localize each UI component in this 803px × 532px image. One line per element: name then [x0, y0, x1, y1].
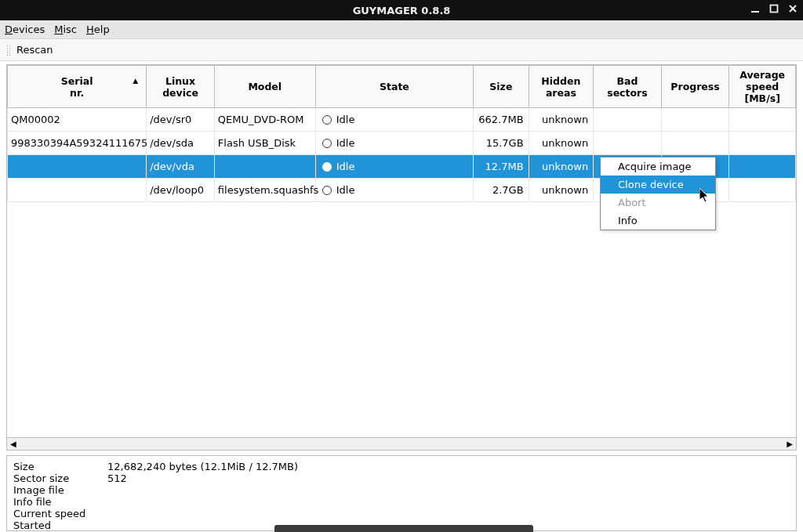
cell-model: Flash USB_Disk	[214, 132, 315, 155]
status-sector-label: Sector size	[13, 472, 107, 484]
state-idle-icon	[322, 115, 332, 125]
rescan-button[interactable]: Rescan	[16, 44, 53, 56]
toolbar: Rescan	[0, 39, 803, 61]
cell-state: Idle	[315, 108, 473, 132]
status-image-label: Image file	[13, 484, 107, 496]
cell-bad	[594, 108, 662, 132]
status-panel: Size12,682,240 bytes (12.1MiB / 12.7MB) …	[6, 455, 797, 531]
horizontal-scrollbar[interactable]: ◀ ▶	[6, 438, 797, 451]
window-controls	[750, 3, 798, 14]
close-icon[interactable]	[787, 3, 798, 14]
cell-hidden: unknown	[529, 132, 594, 155]
table-row[interactable]: 998330394A59324111675/dev/sdaFlash USB_D…	[8, 132, 796, 155]
dock-bar	[274, 525, 533, 532]
state-idle-icon	[322, 162, 332, 172]
sort-asc-icon: ▲	[133, 77, 138, 85]
col-header-hidden[interactable]: Hiddenareas	[529, 66, 594, 108]
cell-model	[214, 155, 315, 179]
cell-device: /dev/vda	[147, 155, 215, 179]
ctx-info[interactable]: Info	[601, 212, 715, 230]
cell-serial: QM00002	[8, 108, 147, 132]
menu-misc[interactable]: Misc	[54, 24, 77, 35]
cell-speed	[729, 179, 796, 202]
cell-speed	[729, 108, 796, 132]
status-sector-value: 512	[107, 472, 127, 484]
cell-speed	[729, 132, 796, 155]
toolbar-grip-icon	[6, 45, 12, 56]
cell-progress	[661, 108, 729, 132]
col-header-device[interactable]: Linuxdevice	[147, 66, 215, 108]
scroll-right-icon[interactable]: ▶	[785, 440, 794, 448]
context-menu: Acquire image Clone device Abort Info	[600, 157, 716, 230]
cell-serial: 998330394A59324111675	[8, 132, 147, 155]
cell-state: Idle	[315, 132, 473, 155]
cell-progress	[661, 132, 729, 155]
ctx-abort: Abort	[601, 194, 715, 212]
col-header-progress[interactable]: Progress	[661, 66, 729, 108]
cell-speed	[729, 155, 796, 179]
cell-serial	[8, 155, 147, 179]
window-title: GUYMAGER 0.8.8	[353, 5, 451, 16]
table-header-row: Serialnr.▲ Linuxdevice Model State Size …	[8, 66, 796, 108]
cell-model: filesystem.squashfs	[214, 179, 315, 202]
ctx-acquire-image[interactable]: Acquire image	[601, 157, 715, 176]
maximize-icon[interactable]	[768, 3, 779, 14]
ctx-clone-device[interactable]: Clone device	[601, 176, 715, 194]
menu-devices[interactable]: Devices	[5, 24, 45, 35]
cell-device: /dev/sr0	[147, 108, 215, 132]
cell-hidden: unknown	[529, 108, 594, 132]
state-idle-icon	[322, 186, 332, 195]
cell-model: QEMU_DVD-ROM	[214, 108, 315, 132]
status-size-value: 12,682,240 bytes (12.1MiB / 12.7MB)	[107, 461, 298, 472]
table-row[interactable]: QM00002/dev/sr0QEMU_DVD-ROMIdle662.7MBun…	[8, 108, 796, 132]
device-table: Serialnr.▲ Linuxdevice Model State Size …	[6, 64, 797, 438]
col-header-model[interactable]: Model	[214, 66, 315, 108]
menu-help[interactable]: Help	[86, 24, 110, 35]
cell-serial	[8, 179, 147, 202]
cell-size: 662.7MB	[474, 108, 529, 132]
status-started-label: Started	[13, 519, 107, 531]
cell-size: 2.7GB	[474, 179, 529, 202]
cell-hidden: unknown	[529, 155, 594, 179]
cell-state: Idle	[315, 155, 473, 179]
scroll-left-icon[interactable]: ◀	[9, 440, 18, 448]
cell-hidden: unknown	[529, 179, 594, 202]
cell-state: Idle	[315, 179, 473, 202]
col-header-speed[interactable]: Averagespeed[MB/s]	[729, 66, 796, 108]
status-speed-label: Current speed	[13, 508, 107, 519]
status-info-label: Info file	[13, 496, 107, 508]
col-header-state[interactable]: State	[315, 66, 473, 108]
cursor-icon	[699, 188, 711, 204]
svg-rect-1	[771, 5, 778, 13]
col-header-serial[interactable]: Serialnr.▲	[8, 66, 147, 108]
status-size-label: Size	[13, 461, 107, 472]
col-header-size[interactable]: Size	[474, 66, 529, 108]
titlebar: GUYMAGER 0.8.8	[0, 0, 803, 20]
col-header-bad[interactable]: Badsectors	[594, 66, 662, 108]
cell-device: /dev/loop0	[147, 179, 215, 202]
state-idle-icon	[322, 139, 332, 148]
menubar: Devices Misc Help	[0, 20, 803, 39]
cell-size: 12.7MB	[474, 155, 529, 179]
cell-device: /dev/sda	[147, 132, 215, 155]
cell-bad	[594, 132, 662, 155]
cell-size: 15.7GB	[474, 132, 529, 155]
minimize-icon[interactable]	[750, 3, 761, 14]
